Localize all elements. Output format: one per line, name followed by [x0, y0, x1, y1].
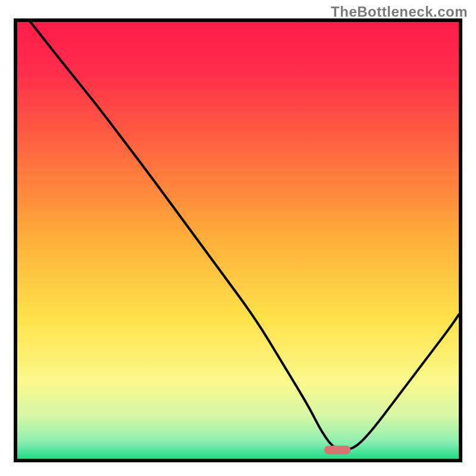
optimum-marker	[324, 446, 351, 455]
chart-container: TheBottleneck.com	[0, 0, 476, 476]
watermark-label: TheBottleneck.com	[331, 4, 468, 20]
chart-svg	[0, 0, 476, 476]
